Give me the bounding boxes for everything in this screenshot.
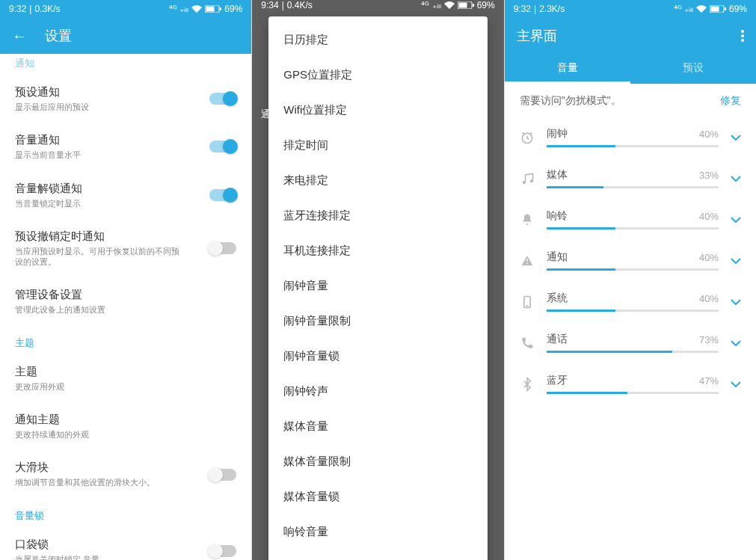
screen-main: 9:32 | 2.3K/s ⁴ᴳ ₊ᵢₗₗ 69% 主界面 音量 预设 需要访问… <box>504 0 756 560</box>
volume-slider[interactable] <box>547 351 719 353</box>
settings-list[interactable]: 通知 预设通知 显示最后应用的预设 音量通知 显示当前音量水平 音量解锁通知 当… <box>0 54 251 560</box>
setting-preset-notice[interactable]: 预设通知 显示最后应用的预设 <box>0 75 251 123</box>
volume-percent: 73% <box>699 334 719 345</box>
volume-list[interactable]: 需要访问"勿扰模式"。 修复 闹钟40%媒体33%响铃40%通知40%系统40%… <box>505 84 756 560</box>
switch-toggle[interactable] <box>209 545 236 557</box>
more-button[interactable] <box>741 30 744 42</box>
svg-point-13 <box>522 180 525 183</box>
menu-item[interactable]: Wifi位置排定 <box>268 93 487 128</box>
menu-item[interactable]: 响铃音量 <box>268 514 487 550</box>
switch-toggle[interactable] <box>209 93 236 105</box>
menu-item[interactable]: 闹钟音量锁 <box>268 339 487 374</box>
volume-name: 响铃 <box>547 209 568 223</box>
battery-icon <box>710 5 726 13</box>
tab-preset[interactable]: 预设 <box>630 54 756 84</box>
volume-slider[interactable] <box>547 186 719 188</box>
menu-item[interactable]: GPS位置排定 <box>268 58 487 93</box>
battery-icon <box>205 5 221 13</box>
setting-unlock-notice[interactable]: 音量解锁通知 当音量锁定时显示 <box>0 171 251 219</box>
chevron-down-icon[interactable] <box>731 340 741 346</box>
menu-item[interactable]: 铃声音量限制 <box>268 550 487 560</box>
volume-row-warn[interactable]: 通知40% <box>505 241 756 283</box>
svg-rect-7 <box>725 7 726 10</box>
warn-icon <box>520 253 535 268</box>
volume-slider[interactable] <box>547 227 719 230</box>
volume-name: 闹钟 <box>547 127 568 141</box>
menu-item[interactable]: 媒体音量限制 <box>268 444 487 479</box>
volume-slider[interactable] <box>547 392 719 394</box>
volume-name: 通知 <box>547 250 568 264</box>
bluetooth-icon <box>520 377 535 392</box>
setting-big-slider[interactable]: 大滑块 增加调节音量和其他设置的滑块大小。 <box>0 450 251 498</box>
svg-rect-2 <box>206 7 215 12</box>
menu-item[interactable]: 耳机连接排定 <box>268 233 487 268</box>
signal-icon: ⁴ᴳ ₊ᵢₗₗ <box>169 4 188 14</box>
fix-button[interactable]: 修复 <box>720 94 741 108</box>
chevron-down-icon[interactable] <box>731 217 741 223</box>
volume-row-music[interactable]: 媒体33% <box>505 159 756 200</box>
status-battery: 69% <box>224 4 242 14</box>
volume-row-bluetooth[interactable]: 蓝牙47% <box>505 365 756 406</box>
volume-percent: 47% <box>699 375 719 387</box>
chevron-down-icon[interactable] <box>731 299 741 305</box>
volume-percent: 40% <box>699 293 719 304</box>
chevron-down-icon[interactable] <box>731 135 741 141</box>
svg-rect-4 <box>473 4 474 7</box>
section-header-vollock: 音量锁 <box>0 499 251 527</box>
volume-row-phone[interactable]: 通话73% <box>505 324 756 365</box>
setting-device-manage[interactable]: 管理设备设置 管理此设备上的通知设置 <box>0 277 251 325</box>
menu-item[interactable]: 闹钟音量 <box>268 268 487 304</box>
setting-undo-notice[interactable]: 预设撤销定时通知 当应用预设时显示。可用于恢复以前的不同预设的设置。 <box>0 219 251 278</box>
volume-row-bell[interactable]: 响铃40% <box>505 200 756 241</box>
menu-item[interactable]: 日历排定 <box>268 22 487 58</box>
phone_rect-icon <box>520 295 535 310</box>
menu-item[interactable]: 来电排定 <box>268 163 487 198</box>
bell-icon <box>520 212 535 227</box>
back-button[interactable]: ← <box>12 28 27 45</box>
wifi-icon <box>696 5 707 13</box>
svg-point-9 <box>741 30 744 33</box>
volume-row-phone_rect[interactable]: 系统40% <box>505 283 756 324</box>
status-time: 9:32 <box>514 4 531 14</box>
menu-item[interactable]: 媒体音量 <box>268 409 487 444</box>
volume-slider[interactable] <box>547 145 719 147</box>
status-battery: 69% <box>477 0 495 10</box>
volume-slider[interactable] <box>547 310 719 312</box>
setting-pocket-lock[interactable]: 口袋锁 当屏幕关闭时锁定 音量 <box>0 527 251 560</box>
volume-slider[interactable] <box>547 268 719 271</box>
dialog-backdrop[interactable]: 通知 日历排定 GPS位置排定 Wifi位置排定 排定时间 来电排定 蓝牙连接排… <box>252 10 503 560</box>
screen-settings: 9:32 | 0.3K/s ⁴ᴳ ₊ᵢₗₗ 69% ← 设置 通知 预设通知 显… <box>0 0 251 560</box>
menu-item[interactable]: 闹钟铃声 <box>268 374 487 409</box>
music-icon <box>520 171 535 186</box>
setting-theme[interactable]: 主题 更改应用外观 <box>0 354 251 402</box>
switch-toggle[interactable] <box>209 189 236 201</box>
dropdown-menu: 日历排定 GPS位置排定 Wifi位置排定 排定时间 来电排定 蓝牙连接排定 耳… <box>268 16 487 560</box>
menu-item[interactable]: 蓝牙连接排定 <box>268 198 487 233</box>
svg-rect-5 <box>458 3 467 8</box>
menu-item[interactable]: 闹钟音量限制 <box>268 304 487 339</box>
status-time: 9:32 <box>9 4 26 14</box>
chevron-down-icon[interactable] <box>731 381 741 387</box>
switch-toggle[interactable] <box>209 242 236 254</box>
volume-percent: 40% <box>699 129 719 140</box>
volume-row-alarm[interactable]: 闹钟40% <box>505 118 756 159</box>
volume-name: 蓝牙 <box>547 374 568 387</box>
setting-notice-theme[interactable]: 通知主题 更改持续通知的外观 <box>0 402 251 450</box>
tab-volume[interactable]: 音量 <box>505 54 630 84</box>
switch-toggle[interactable] <box>209 469 236 481</box>
status-speed: 0.4K/s <box>287 0 313 10</box>
chevron-down-icon[interactable] <box>731 258 741 264</box>
battery-icon <box>458 1 474 9</box>
svg-rect-1 <box>220 7 221 10</box>
status-speed: 0.3K/s <box>34 4 60 14</box>
status-bar: 9:32 | 2.3K/s ⁴ᴳ ₊ᵢₗₗ 69% <box>505 0 756 18</box>
section-header-notice: 通知 <box>0 54 251 75</box>
setting-volume-notice[interactable]: 音量通知 显示当前音量水平 <box>0 123 251 170</box>
menu-item[interactable]: 媒体音量锁 <box>268 479 487 514</box>
switch-toggle[interactable] <box>209 141 236 153</box>
chevron-down-icon[interactable] <box>731 176 741 182</box>
menu-item[interactable]: 排定时间 <box>268 128 487 163</box>
section-header-theme: 主题 <box>0 326 251 354</box>
signal-icon: ⁴ᴳ ₊ᵢₗₗ <box>674 4 693 14</box>
header: 主界面 <box>505 18 756 54</box>
